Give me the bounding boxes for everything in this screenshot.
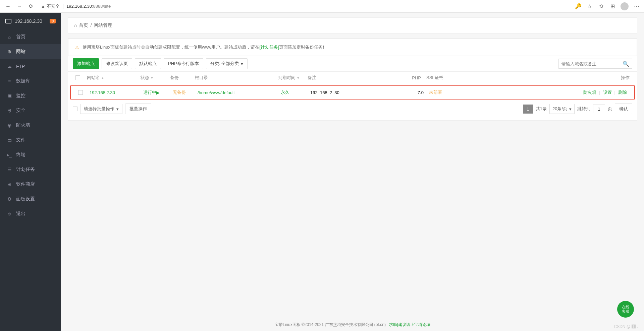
sidebar-item-home[interactable]: ⌂首页	[0, 29, 61, 44]
modify-default-button[interactable]: 修改默认页	[102, 58, 132, 69]
php-cli-button[interactable]: PHP命令行版本	[164, 58, 203, 69]
breadcrumb-home[interactable]: 首页	[79, 22, 88, 28]
jump-input[interactable]	[593, 105, 605, 113]
breadcrumb: ⌂ 首页 / 网站管理	[68, 17, 637, 34]
footer: 宝塔Linux面板 ©2014-2021 广东堡塔安全技术有限公司 (bt.cn…	[61, 322, 644, 328]
root-dir-link[interactable]: /home/www/default	[198, 90, 235, 95]
row-actions: 防火墙| 设置| 删除	[583, 89, 627, 95]
sidebar-item-settings[interactable]: ⚙面板设置	[0, 192, 61, 206]
site-table: 网站名▲ 状态▼ 备份 根目录 到期时间▼ 备注 PHP SSL证书 操作 19…	[68, 71, 637, 100]
monitor-icon	[5, 19, 11, 23]
sidebar-item-label: 面板设置	[16, 196, 35, 202]
more-icon[interactable]: ⋯	[633, 3, 640, 10]
warning-icon: ▲	[41, 4, 45, 9]
th-note: 备注	[305, 75, 406, 81]
status-cell[interactable]: 运行中▶	[141, 89, 170, 95]
bulk-action-button[interactable]: 批量操作	[125, 104, 151, 114]
bulk-select[interactable]: 请选择批量操作▾	[80, 104, 122, 114]
support-button[interactable]: 在线 客服	[617, 301, 634, 318]
star-icon[interactable]: ☆	[586, 3, 593, 10]
search-icon[interactable]: 🔍	[623, 61, 629, 67]
sidebar-item-ftp[interactable]: ☁FTP	[0, 59, 61, 74]
content-card: ⚠ 使用宝塔Linux面板创建站点时会自动创建权限配置，统一使用www用户。建站…	[68, 38, 637, 121]
chevron-down-icon: ▾	[569, 107, 572, 112]
th-php: PHP	[406, 75, 424, 80]
search-input[interactable]	[561, 61, 623, 66]
store-icon: ⊞	[7, 182, 12, 187]
firewall-icon: ◉	[7, 123, 12, 128]
breadcrumb-separator: /	[90, 23, 92, 28]
ssl-status[interactable]: 未部署	[429, 89, 442, 95]
notification-badge[interactable]: 0	[50, 19, 56, 23]
sidebar-item-website[interactable]: ⊕网站	[0, 44, 61, 59]
search-box: 🔍	[558, 59, 632, 69]
sidebar-item-label: 防火墙	[16, 122, 30, 128]
bulk-checkbox[interactable]	[73, 107, 77, 111]
back-button[interactable]: ←	[4, 2, 12, 10]
sidebar-item-logout[interactable]: ⎋退出	[0, 206, 61, 221]
help-link[interactable]: 求助|建议请上宝塔论坛	[389, 322, 430, 327]
backup-link[interactable]: 无备份	[173, 89, 186, 95]
per-page-select[interactable]: 20条/页▾	[549, 104, 575, 114]
play-icon: ▶	[156, 90, 160, 95]
url-text: 192.168.2.30:8888/site	[66, 4, 111, 9]
sidebar: 192.168.2.30 0 ⌂首页 ⊕网站 ☁FTP ≡数据库 ▣监控 ⛨安全…	[0, 13, 61, 331]
sidebar-item-label: 网站	[16, 49, 25, 55]
favorites-icon[interactable]: ✩	[598, 3, 604, 10]
th-expire[interactable]: 到期时间▼	[275, 75, 305, 81]
firewall-action[interactable]: 防火墙	[583, 89, 596, 95]
sidebar-item-store[interactable]: ⊞软件商店	[0, 177, 61, 192]
sidebar-item-database[interactable]: ≡数据库	[0, 74, 61, 88]
copyright: 宝塔Linux面板 ©2014-2021 广东堡塔安全技术有限公司 (bt.cn…	[275, 322, 386, 327]
sidebar-item-files[interactable]: 🗀文件	[0, 133, 61, 147]
pagination: 1 共1条 20条/页▾ 跳转到 页 确认	[523, 104, 632, 114]
key-icon[interactable]: 🔑	[575, 3, 582, 10]
site-name-link[interactable]: 192.168.2.30	[90, 90, 115, 95]
add-site-button[interactable]: 添加站点	[73, 58, 99, 69]
insecure-badge: ▲ 不安全	[41, 3, 60, 9]
ftp-icon: ☁	[7, 64, 12, 69]
insecure-label: 不安全	[47, 3, 60, 9]
table-row: 192.168.2.30 运行中▶ 无备份 /home/www/default …	[70, 85, 635, 100]
sidebar-item-terminal[interactable]: ▸_终端	[0, 147, 61, 162]
notice-link[interactable]: [计划任务]	[259, 45, 279, 50]
sidebar-item-label: 终端	[16, 152, 25, 158]
jump-suffix: 页	[608, 106, 612, 112]
th-status[interactable]: 状态▼	[138, 75, 167, 81]
sidebar-item-monitor[interactable]: ▣监控	[0, 88, 61, 103]
logout-icon: ⎋	[7, 211, 12, 216]
monitor-icon: ▣	[7, 93, 12, 98]
globe-icon: ⊕	[7, 49, 12, 54]
sidebar-item-cron[interactable]: ☰计划任务	[0, 162, 61, 177]
browser-toolbar: ← → ⟳ ▲ 不安全 | 192.168.2.30:8888/site 🔑 ☆…	[0, 0, 644, 13]
chevron-down-icon: ▾	[116, 107, 119, 112]
sidebar-item-label: 安全	[16, 108, 25, 114]
task-icon: ☰	[7, 167, 12, 172]
php-cell[interactable]: 7.0	[408, 90, 426, 95]
refresh-button[interactable]: ⟳	[27, 2, 35, 10]
th-name[interactable]: 网站名▲	[84, 75, 138, 81]
jump-confirm-button[interactable]: 确认	[615, 104, 632, 114]
category-filter[interactable]: 分类: 全部分类▾	[206, 58, 248, 69]
row-checkbox[interactable]	[78, 90, 83, 95]
address-bar[interactable]: ▲ 不安全 | 192.168.2.30:8888/site	[38, 3, 572, 9]
expire-link[interactable]: 永久	[281, 89, 289, 95]
th-backup: 备份	[167, 75, 192, 81]
select-all-checkbox[interactable]	[75, 75, 80, 80]
default-site-button[interactable]: 默认站点	[135, 58, 161, 69]
delete-action[interactable]: 删除	[618, 89, 627, 95]
note-cell[interactable]: 192_168_2_30	[308, 90, 408, 95]
folder-icon: 🗀	[7, 137, 12, 143]
sidebar-item-firewall[interactable]: ◉防火墙	[0, 118, 61, 133]
settings-action[interactable]: 设置	[603, 89, 612, 95]
sidebar-item-label: 数据库	[16, 78, 30, 84]
sidebar-item-label: 首页	[16, 34, 25, 40]
sidebar-item-security[interactable]: ⛨安全	[0, 103, 61, 118]
settings-icon: ⚙	[7, 196, 12, 202]
forward-button[interactable]: →	[15, 2, 23, 10]
collections-icon[interactable]: ⊞	[609, 3, 616, 10]
sort-icon: ▼	[150, 76, 154, 80]
page-1[interactable]: 1	[523, 105, 533, 114]
server-ip: 192.168.2.30	[15, 18, 42, 24]
profile-avatar[interactable]	[621, 2, 629, 10]
